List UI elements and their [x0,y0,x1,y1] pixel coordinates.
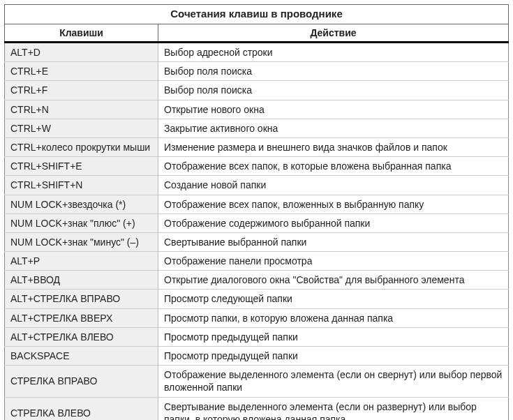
table-row: BACKSPACEПросмотр предыдущей папки [5,347,509,366]
table-row: CTRL+колесо прокрутки мышиИзменение разм… [5,137,509,156]
table-row: NUM LOCK+знак "минус" (–)Свертывание выб… [5,232,509,251]
table-row: ALT+СТРЕЛКА ВЛЕВОПросмотр предыдущей пап… [5,327,509,346]
key-cell: CTRL+F [5,81,158,100]
key-cell: ALT+СТРЕЛКА ВПРАВО [5,290,158,308]
key-cell: CTRL+SHIFT+E [5,157,158,176]
action-cell: Отображение панели просмотра [158,252,509,271]
key-cell: CTRL+SHIFT+N [5,176,158,195]
action-cell: Выбор поля поиска [158,62,509,81]
key-cell: СТРЕЛКА ВПРАВО [5,366,158,397]
key-cell: ALT+D [5,43,158,62]
action-cell: Свертывание выделенного элемента (если о… [158,397,509,420]
action-cell: Просмотр предыдущей папки [158,327,509,346]
key-cell: ALT+ВВОД [5,271,158,290]
action-cell: Отображение всех папок, вложенных в выбр… [158,195,509,213]
table-row: ALT+СТРЕЛКА ВВЕРХПросмотр папки, в котор… [5,308,509,327]
key-cell: ALT+СТРЕЛКА ВЛЕВО [5,327,158,346]
table-row: СТРЕЛКА ВПРАВООтображение выделенного эл… [5,366,509,397]
action-cell: Выбор адресной строки [158,43,509,62]
table-header-row: Клавиши Действие [5,24,509,43]
key-cell: ALT+СТРЕЛКА ВВЕРХ [5,308,158,327]
table-row: CTRL+NОткрытие нового окна [5,100,509,119]
table-title: Сочетания клавиш в проводнике [4,4,509,24]
header-action: Действие [158,24,509,43]
action-cell: Просмотр следующей папки [158,290,509,308]
key-cell: CTRL+W [5,119,158,137]
shortcuts-table: Сочетания клавиш в проводнике Клавиши Де… [4,4,509,420]
table-row: NUM LOCK+знак "плюс" (+)Отображение соде… [5,213,509,232]
key-cell: NUM LOCK+знак "плюс" (+) [5,213,158,232]
action-cell: Закрытие активного окна [158,119,509,137]
table-row: ALT+ВВОДОткрытие диалогового окна "Свойс… [5,271,509,290]
key-cell: CTRL+колесо прокрутки мыши [5,137,158,156]
table-row: CTRL+SHIFT+NСоздание новой папки [5,176,509,195]
table-row: ALT+PОтображение панели просмотра [5,252,509,271]
action-cell: Изменение размера и внешнего вида значко… [158,137,509,156]
action-cell: Отображение всех папок, в которые вложен… [158,157,509,176]
table-row: CTRL+FВыбор поля поиска [5,81,509,100]
key-cell: ALT+P [5,252,158,271]
table-row: ALT+СТРЕЛКА ВПРАВОПросмотр следующей пап… [5,290,509,308]
action-cell: Отображение выделенного элемента (если о… [158,366,509,397]
table-row: ALT+DВыбор адресной строки [5,43,509,62]
table-row: CTRL+WЗакрытие активного окна [5,119,509,137]
action-cell: Просмотр предыдущей папки [158,347,509,366]
action-cell: Выбор поля поиска [158,81,509,100]
key-cell: CTRL+N [5,100,158,119]
key-cell: CTRL+E [5,62,158,81]
action-cell: Открытие диалогового окна "Свойства" для… [158,271,509,290]
shortcuts-page: Сочетания клавиш в проводнике Клавиши Де… [0,0,513,420]
key-cell: NUM LOCK+знак "минус" (–) [5,232,158,251]
action-cell: Открытие нового окна [158,100,509,119]
table-row: CTRL+EВыбор поля поиска [5,62,509,81]
action-cell: Свертывание выбранной папки [158,232,509,251]
key-cell: BACKSPACE [5,347,158,366]
key-cell: NUM LOCK+звездочка (*) [5,195,158,213]
table-row: CTRL+SHIFT+EОтображение всех папок, в ко… [5,157,509,176]
action-cell: Отображение содержимого выбранной папки [158,213,509,232]
key-cell: СТРЕЛКА ВЛЕВО [5,397,158,420]
header-keys: Клавиши [5,24,158,43]
table-row: СТРЕЛКА ВЛЕВОСвертывание выделенного эле… [5,397,509,420]
action-cell: Создание новой папки [158,176,509,195]
table-row: NUM LOCK+звездочка (*)Отображение всех п… [5,195,509,213]
action-cell: Просмотр папки, в которую вложена данная… [158,308,509,327]
